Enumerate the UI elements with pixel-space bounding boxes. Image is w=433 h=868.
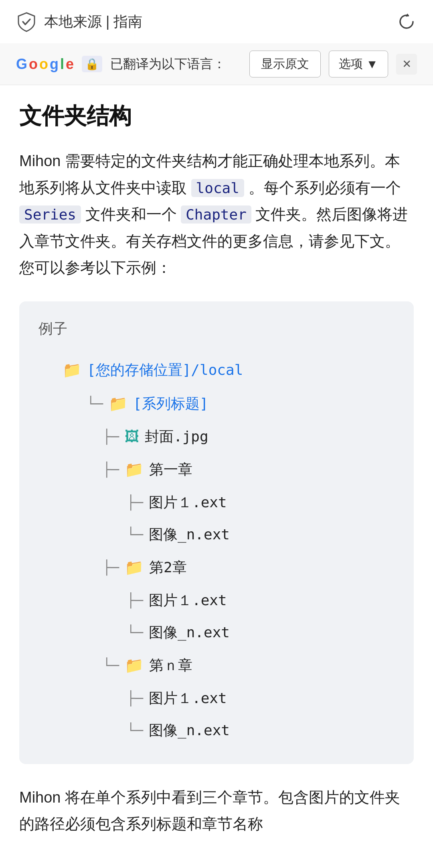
tree-node-name: 图片１.ext xyxy=(149,684,227,713)
top-bar-left: 本地来源 | 指南 xyxy=(16,11,142,32)
tree-row: └─ 📁 [系列标题] xyxy=(38,387,395,421)
close-translate-button[interactable]: ✕ xyxy=(396,54,417,75)
translate-bar: Google 🔒 已翻译为以下语言： 显示原文 选项 ▼ ✕ xyxy=(0,43,433,85)
tree-node-name: 图像_n.ext xyxy=(149,520,230,549)
bottom-text: Mihon 将在单个系列中看到三个章节。包含图片的文件夹的路径必须包含系列标题和… xyxy=(19,784,414,838)
options-label: 选项 xyxy=(339,56,363,72)
google-o1: o xyxy=(29,56,38,73)
refresh-icon[interactable] xyxy=(396,11,417,32)
google-l: l xyxy=(60,56,64,73)
google-g: G xyxy=(16,56,27,73)
folder-icon: 📁 xyxy=(109,388,127,419)
options-arrow: ▼ xyxy=(366,57,378,71)
tree-connector: └─ xyxy=(127,619,143,646)
tree-connector: ├─ xyxy=(103,423,119,450)
tree-node-name: 第ｎ章 xyxy=(149,651,192,680)
main-content: 文件夹结构 Mihon 需要特定的文件夹结构才能正确处理本地系列。本地系列将从文… xyxy=(0,85,433,862)
tree-row: └─ 图像_n.ext xyxy=(38,518,395,551)
google-o2: o xyxy=(39,56,48,73)
tree-connector: ├─ xyxy=(127,685,143,712)
tree-row: ├─ 📁 第2章 xyxy=(38,551,395,584)
top-bar: 本地来源 | 指南 xyxy=(0,0,433,43)
tree-connector: └─ xyxy=(87,390,103,417)
tree-row: └─ 图像_n.ext xyxy=(38,714,395,746)
tree-row: 📁 [您的存储位置]/local xyxy=(38,353,395,387)
tree-node-name: [系列标题] xyxy=(133,389,208,418)
tree-node-name: 图像_n.ext xyxy=(149,716,230,745)
tree-row: ├─ 图片１.ext xyxy=(38,584,395,616)
google-e: e xyxy=(66,56,74,73)
tree-row: ├─ 图片１.ext xyxy=(38,486,395,518)
tree-connector: └─ xyxy=(127,717,143,744)
lock-icon: 🔒 xyxy=(82,56,102,72)
body-text-mid2: 文件夹和一个 xyxy=(85,206,177,223)
tree-row: └─ 图像_n.ext xyxy=(38,616,395,648)
series-code: Series xyxy=(19,205,81,224)
tree-connector: └─ xyxy=(103,652,119,679)
file-tree: 📁 [您的存储位置]/local └─ 📁 [系列标题] ├─ 🖼 封面.jpg… xyxy=(38,353,395,746)
tree-row: ├─ 📁 第一章 xyxy=(38,453,395,486)
tree-connector: ├─ xyxy=(127,587,143,614)
show-original-button[interactable]: 显示原文 xyxy=(249,51,321,77)
options-button[interactable]: 选项 ▼ xyxy=(329,51,388,77)
translate-text: 已翻译为以下语言： xyxy=(110,55,241,73)
tree-connector: └─ xyxy=(127,521,143,548)
body-text-mid: 。每个系列必须有一个 xyxy=(249,179,401,196)
google-logo: Google xyxy=(16,56,74,73)
tree-node-name: 图像_n.ext xyxy=(149,618,230,647)
tree-node-name: 第一章 xyxy=(149,455,192,484)
tree-connector: ├─ xyxy=(127,489,143,516)
chapter-code: Chapter xyxy=(181,205,251,224)
example-label: 例子 xyxy=(38,319,395,339)
top-bar-title: 本地来源 | 指南 xyxy=(44,12,142,32)
tree-node-name: 图片１.ext xyxy=(149,586,227,615)
section-title: 文件夹结构 xyxy=(19,101,414,132)
folder-icon: 📁 xyxy=(125,454,144,485)
tree-row: ├─ 🖼 封面.jpg xyxy=(38,421,395,453)
image-file-icon: 🖼 xyxy=(125,422,139,451)
shield-icon xyxy=(16,11,37,32)
tree-node-name: 第2章 xyxy=(149,553,187,582)
tree-node-name: 图片１.ext xyxy=(149,488,227,517)
body-paragraph: Mihon 需要特定的文件夹结构才能正确处理本地系列。本地系列将从文件夹中读取 … xyxy=(19,148,414,281)
google-g2: g xyxy=(50,56,59,73)
folder-icon: 📁 xyxy=(125,552,144,583)
tree-connector: ├─ xyxy=(103,456,119,483)
tree-row: ├─ 图片１.ext xyxy=(38,682,395,714)
local-code: local xyxy=(191,179,244,197)
folder-icon: 📁 xyxy=(63,355,81,385)
tree-row: └─ 📁 第ｎ章 xyxy=(38,648,395,682)
folder-icon: 📁 xyxy=(125,650,144,681)
tree-connector: ├─ xyxy=(103,554,119,581)
example-box: 例子 📁 [您的存储位置]/local └─ 📁 [系列标题] ├─ 🖼 封面.… xyxy=(19,301,414,764)
tree-node-name: 封面.jpg xyxy=(145,422,208,451)
tree-node-name: [您的存储位置]/local xyxy=(87,356,243,384)
